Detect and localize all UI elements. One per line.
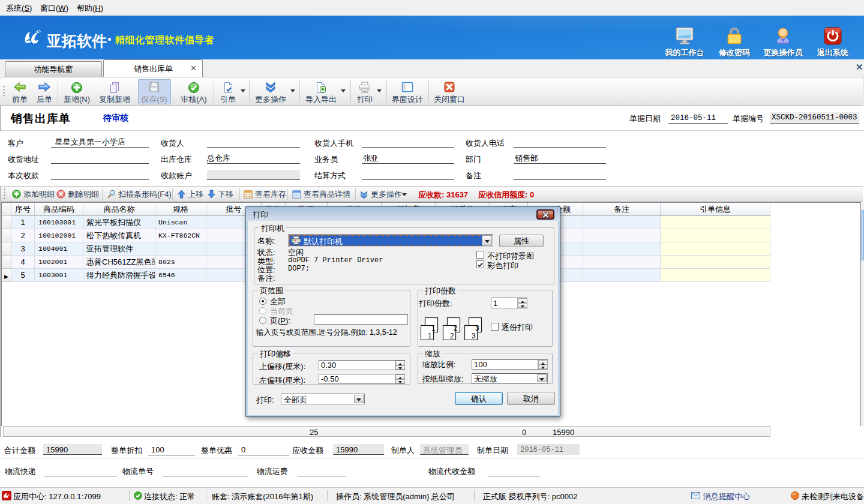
svg-text:3: 3 xyxy=(472,332,476,340)
svg-text:3: 3 xyxy=(475,324,479,332)
svg-text:2: 2 xyxy=(450,332,454,340)
svg-text:1: 1 xyxy=(431,324,436,332)
svg-text:1: 1 xyxy=(428,332,432,340)
svg-text:2: 2 xyxy=(454,324,458,332)
